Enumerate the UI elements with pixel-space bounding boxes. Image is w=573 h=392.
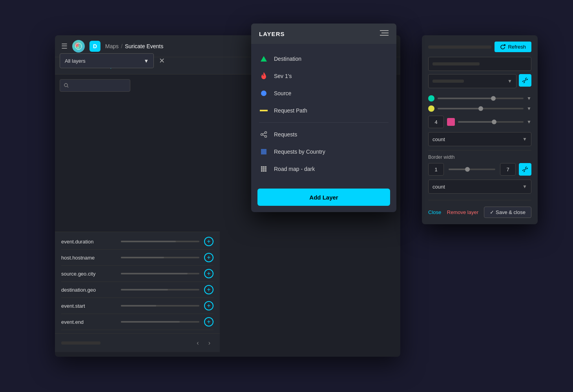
field-event-start: event.start + bbox=[61, 298, 214, 314]
pagination-bar: ‹ › bbox=[55, 333, 220, 352]
layer-item-destination[interactable]: Destination bbox=[251, 50, 396, 67]
svg-point-68 bbox=[261, 91, 266, 96]
field-name-label: destination.geo bbox=[61, 287, 116, 293]
field-add-btn[interactable]: + bbox=[204, 285, 214, 294]
d-badge: D bbox=[89, 41, 100, 52]
color-dot-3 bbox=[447, 118, 455, 126]
layer-item-source[interactable]: Source bbox=[251, 85, 396, 102]
map-search[interactable] bbox=[60, 79, 130, 92]
layer-name-input[interactable] bbox=[428, 57, 531, 71]
layers-close-btn[interactable]: ✕ bbox=[155, 53, 168, 68]
svg-rect-84 bbox=[265, 170, 266, 172]
field-add-btn[interactable]: + bbox=[204, 317, 214, 327]
svg-rect-69 bbox=[260, 110, 268, 111]
road-map-grid-icon bbox=[259, 164, 268, 174]
field-host-hostname: host.hostname + bbox=[61, 250, 214, 266]
refresh-label: Refresh bbox=[508, 44, 526, 50]
layers-modal: LAYERS Destination Sev 1's bbox=[251, 24, 396, 212]
layer-item-requests[interactable]: Requests bbox=[251, 126, 396, 143]
svg-line-73 bbox=[263, 133, 265, 134]
layer-source-select[interactable]: ▼ bbox=[428, 74, 516, 88]
count-label-1: count bbox=[432, 136, 445, 142]
requests-share-icon bbox=[259, 130, 268, 139]
field-add-btn[interactable]: + bbox=[204, 237, 214, 246]
count-select-1[interactable]: count ▼ bbox=[428, 132, 531, 146]
svg-rect-78 bbox=[265, 166, 266, 168]
svg-line-63 bbox=[524, 169, 526, 170]
svg-line-13 bbox=[68, 87, 69, 88]
border-max-input[interactable]: 7 bbox=[500, 163, 516, 176]
svg-point-72 bbox=[265, 136, 267, 138]
next-page-btn[interactable]: › bbox=[205, 338, 214, 348]
layer-road-map-label: Road map - dark bbox=[274, 166, 315, 172]
count-2-chevron: ▼ bbox=[522, 184, 527, 189]
breadcrumb-maps[interactable]: Maps bbox=[105, 43, 119, 49]
layer-item-road-map[interactable]: Road map - dark bbox=[251, 160, 396, 178]
svg-point-4 bbox=[79, 47, 81, 48]
right-settings-panel: Refresh ▼ ▼ bbox=[422, 35, 538, 224]
layer-sev1-label: Sev 1's bbox=[274, 73, 292, 79]
source-circle-icon bbox=[259, 89, 268, 98]
svg-point-2 bbox=[79, 44, 81, 46]
svg-point-3 bbox=[77, 46, 79, 48]
prev-page-btn[interactable]: ‹ bbox=[193, 338, 202, 348]
page-info bbox=[61, 341, 100, 345]
add-layer-btn[interactable]: Add Layer bbox=[257, 189, 390, 206]
layer-destination-label: Destination bbox=[274, 56, 301, 62]
color-3-chevron[interactable]: ▼ bbox=[527, 119, 531, 125]
count-1-chevron: ▼ bbox=[522, 136, 527, 142]
svg-rect-80 bbox=[263, 168, 265, 170]
field-name-label: source.geo.city bbox=[61, 271, 116, 277]
field-name-label: event.end bbox=[61, 319, 116, 325]
color-dot-1 bbox=[428, 95, 434, 102]
layer-item-request-path[interactable]: Request Path bbox=[251, 102, 396, 119]
svg-point-70 bbox=[265, 132, 267, 134]
request-path-line-icon bbox=[259, 106, 268, 115]
svg-rect-76 bbox=[261, 166, 263, 168]
breadcrumb-current: Suricate Events bbox=[125, 43, 163, 49]
field-destination-geo: destination.geo + bbox=[61, 282, 214, 298]
layers-chevron-icon: ▼ bbox=[144, 58, 149, 64]
svg-line-62 bbox=[524, 80, 526, 81]
layers-modal-title: LAYERS bbox=[259, 31, 285, 37]
count-select-2[interactable]: count ▼ bbox=[428, 180, 531, 194]
layer-requests-country-label: Requests by Country bbox=[274, 149, 325, 155]
color-row-2: ▼ bbox=[428, 105, 531, 112]
refresh-btn[interactable]: Refresh bbox=[495, 42, 531, 52]
field-source-geo-city: source.geo.city + bbox=[61, 266, 214, 282]
border-min-input[interactable]: 1 bbox=[428, 163, 444, 176]
field-name-label: event.duration bbox=[61, 239, 116, 245]
link-source-btn[interactable] bbox=[519, 74, 531, 87]
svg-rect-81 bbox=[265, 168, 266, 170]
count-label-2: count bbox=[432, 184, 445, 190]
layers-menu-icon[interactable] bbox=[380, 30, 389, 38]
svg-rect-75 bbox=[261, 149, 266, 154]
layer-requests-label: Requests bbox=[274, 131, 297, 138]
layers-dropdown[interactable]: All layers ▼ bbox=[60, 53, 154, 68]
requests-country-icon bbox=[259, 147, 268, 156]
field-add-btn[interactable]: + bbox=[204, 269, 214, 278]
field-add-btn[interactable]: + bbox=[204, 253, 214, 262]
close-btn[interactable]: Close bbox=[428, 209, 441, 215]
layers-dropdown-label: All layers bbox=[65, 58, 86, 64]
svg-point-71 bbox=[261, 134, 263, 136]
field-event-duration: event.duration + bbox=[61, 234, 214, 250]
layer-item-sev1[interactable]: Sev 1's bbox=[251, 67, 396, 85]
layer-request-path-label: Request Path bbox=[274, 107, 307, 114]
hamburger-icon[interactable]: ☰ bbox=[61, 42, 68, 51]
layer-item-requests-country[interactable]: Requests by Country bbox=[251, 143, 396, 160]
link-border-btn[interactable] bbox=[519, 163, 531, 176]
field-event-end: event.end + bbox=[61, 314, 214, 330]
color-1-chevron[interactable]: ▼ bbox=[527, 96, 531, 101]
svg-marker-67 bbox=[261, 56, 267, 62]
svg-point-1 bbox=[76, 44, 78, 47]
field-add-btn[interactable]: + bbox=[204, 301, 214, 310]
color-row-1: ▼ bbox=[428, 95, 531, 102]
remove-layer-btn[interactable]: Remove layer bbox=[447, 209, 478, 215]
border-width-row: 1 7 bbox=[428, 163, 531, 176]
flame-sev1-icon bbox=[259, 71, 268, 81]
num-input-value[interactable]: 4 bbox=[428, 116, 444, 128]
save-close-btn[interactable]: ✓ Save & close bbox=[484, 207, 531, 218]
color-2-chevron[interactable]: ▼ bbox=[527, 106, 531, 111]
svg-line-74 bbox=[263, 135, 265, 136]
